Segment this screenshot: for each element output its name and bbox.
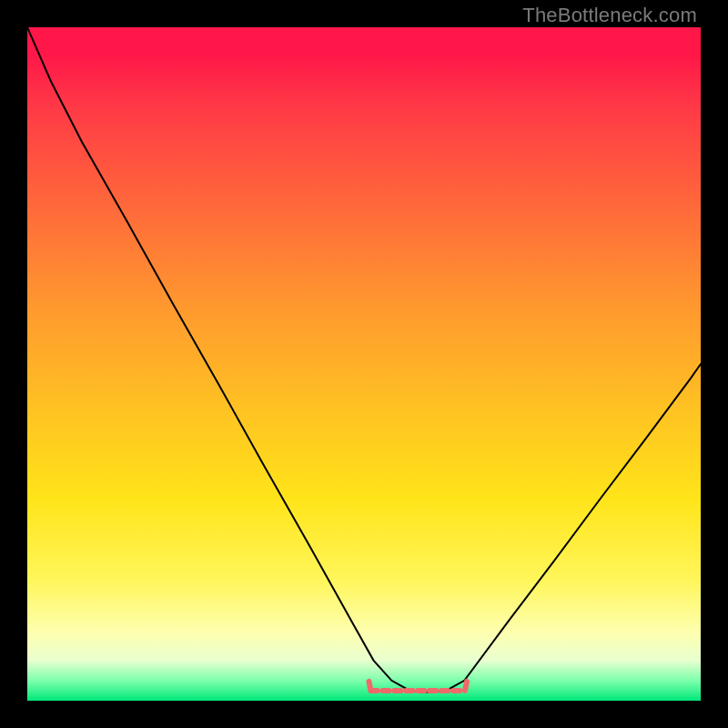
curve-svg	[27, 27, 701, 701]
bottleneck-curve	[27, 27, 701, 692]
plot-area	[27, 27, 701, 701]
flat-bottom-marker	[369, 682, 467, 691]
watermark-text: TheBottleneck.com	[522, 4, 697, 27]
chart-frame: TheBottleneck.com	[0, 0, 728, 728]
